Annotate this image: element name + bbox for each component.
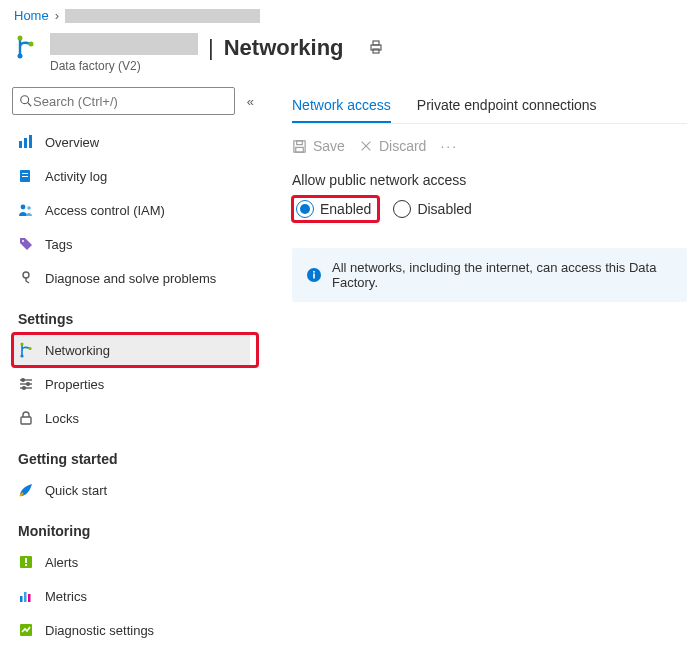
svg-rect-10 bbox=[29, 135, 32, 148]
diagnostic-settings-icon bbox=[18, 622, 34, 638]
radio-disabled[interactable]: Disabled bbox=[393, 200, 471, 218]
svg-point-20 bbox=[28, 347, 31, 350]
svg-rect-31 bbox=[20, 596, 23, 602]
sidebar-item-activity-log[interactable]: Activity log bbox=[12, 159, 258, 193]
properties-icon bbox=[18, 376, 34, 392]
svg-rect-8 bbox=[19, 141, 22, 148]
sidebar-item-networking[interactable]: Networking bbox=[12, 333, 250, 367]
nav-label: Activity log bbox=[45, 169, 107, 184]
tabs: Network access Private endpoint connecti… bbox=[292, 91, 687, 124]
sidebar: « Overview Activity log Access control (… bbox=[0, 87, 266, 647]
radio-label: Disabled bbox=[417, 201, 471, 217]
sidebar-item-alerts[interactable]: Alerts bbox=[12, 545, 258, 579]
svg-point-2 bbox=[29, 42, 34, 47]
more-button[interactable]: ··· bbox=[440, 138, 458, 154]
svg-point-19 bbox=[20, 354, 23, 357]
svg-rect-4 bbox=[373, 41, 379, 45]
svg-point-6 bbox=[21, 96, 29, 104]
search-input[interactable] bbox=[33, 94, 228, 109]
page-header: | Networking bbox=[0, 27, 697, 61]
sidebar-section-getting-started: Getting started bbox=[12, 435, 258, 473]
svg-rect-5 bbox=[373, 49, 379, 53]
discard-button[interactable]: Discard bbox=[359, 138, 426, 154]
svg-rect-33 bbox=[28, 594, 31, 602]
sidebar-item-access-control[interactable]: Access control (IAM) bbox=[12, 193, 258, 227]
networking-icon bbox=[18, 342, 34, 358]
svg-rect-41 bbox=[313, 274, 315, 279]
print-icon[interactable] bbox=[368, 39, 384, 55]
overview-icon bbox=[18, 134, 34, 150]
toolbar: Save Discard ··· bbox=[292, 124, 687, 172]
access-control-icon bbox=[18, 202, 34, 218]
svg-rect-9 bbox=[24, 138, 27, 148]
svg-line-7 bbox=[28, 103, 32, 107]
tab-network-access[interactable]: Network access bbox=[292, 91, 391, 123]
svg-rect-42 bbox=[313, 271, 315, 273]
save-label: Save bbox=[313, 138, 345, 154]
svg-point-25 bbox=[27, 383, 30, 386]
discard-icon bbox=[359, 139, 373, 153]
sidebar-section-monitoring: Monitoring bbox=[12, 507, 258, 545]
data-factory-icon bbox=[14, 34, 40, 60]
title-separator: | bbox=[208, 35, 214, 61]
info-banner: All networks, including the internet, ca… bbox=[292, 248, 687, 302]
quick-start-icon bbox=[18, 482, 34, 498]
svg-point-1 bbox=[18, 54, 23, 59]
sidebar-item-overview[interactable]: Overview bbox=[12, 125, 258, 159]
radio-group-public-access: Enabled Disabled bbox=[292, 196, 687, 222]
sidebar-item-quick-start[interactable]: Quick start bbox=[12, 473, 258, 507]
svg-point-14 bbox=[21, 205, 26, 210]
sidebar-item-metrics[interactable]: Metrics bbox=[12, 579, 258, 613]
nav-label: Networking bbox=[45, 343, 110, 358]
svg-rect-36 bbox=[297, 140, 303, 144]
metrics-icon bbox=[18, 588, 34, 604]
activity-log-icon bbox=[18, 168, 34, 184]
search-icon bbox=[19, 94, 33, 108]
sidebar-item-diagnose[interactable]: Diagnose and solve problems bbox=[12, 261, 258, 295]
svg-rect-13 bbox=[22, 176, 28, 177]
tab-private-endpoint[interactable]: Private endpoint connections bbox=[417, 91, 597, 123]
diagnose-icon bbox=[18, 270, 34, 286]
svg-rect-12 bbox=[22, 173, 28, 174]
sidebar-item-tags[interactable]: Tags bbox=[12, 227, 258, 261]
nav-label: Metrics bbox=[45, 589, 87, 604]
field-label-public-access: Allow public network access bbox=[292, 172, 687, 188]
sidebar-item-locks[interactable]: Locks bbox=[12, 401, 258, 435]
alerts-icon bbox=[18, 554, 34, 570]
breadcrumb: Home › bbox=[0, 0, 697, 27]
radio-dot-icon bbox=[393, 200, 411, 218]
svg-rect-32 bbox=[24, 592, 27, 602]
chevron-right-icon: › bbox=[55, 8, 59, 23]
info-text: All networks, including the internet, ca… bbox=[332, 260, 673, 290]
main-panel: Network access Private endpoint connecti… bbox=[266, 87, 697, 647]
radio-label: Enabled bbox=[320, 201, 371, 217]
svg-rect-29 bbox=[25, 558, 27, 563]
nav-label: Diagnostic settings bbox=[45, 623, 154, 638]
nav-label: Access control (IAM) bbox=[45, 203, 165, 218]
svg-rect-27 bbox=[21, 417, 31, 424]
lock-icon bbox=[18, 410, 34, 426]
collapse-sidebar-button[interactable]: « bbox=[243, 90, 258, 113]
radio-enabled[interactable]: Enabled bbox=[296, 200, 371, 218]
breadcrumb-home[interactable]: Home bbox=[14, 8, 49, 23]
sidebar-item-diagnostic-settings[interactable]: Diagnostic settings bbox=[12, 613, 258, 647]
svg-rect-37 bbox=[296, 147, 304, 152]
breadcrumb-resource-placeholder bbox=[65, 9, 260, 23]
search-input-wrap[interactable] bbox=[12, 87, 235, 115]
resource-name-placeholder bbox=[50, 33, 198, 55]
svg-rect-30 bbox=[25, 564, 27, 566]
nav-label: Locks bbox=[45, 411, 79, 426]
resource-type-label: Data factory (V2) bbox=[50, 59, 697, 73]
nav-label: Tags bbox=[45, 237, 72, 252]
info-icon bbox=[306, 267, 322, 283]
nav-label: Properties bbox=[45, 377, 104, 392]
sidebar-item-properties[interactable]: Properties bbox=[12, 367, 258, 401]
svg-point-26 bbox=[23, 387, 26, 390]
svg-point-16 bbox=[22, 240, 24, 242]
save-icon bbox=[292, 139, 307, 154]
nav-label: Alerts bbox=[45, 555, 78, 570]
svg-point-15 bbox=[27, 206, 31, 210]
svg-point-0 bbox=[18, 36, 23, 41]
save-button[interactable]: Save bbox=[292, 138, 345, 154]
sidebar-section-settings: Settings bbox=[12, 295, 258, 333]
